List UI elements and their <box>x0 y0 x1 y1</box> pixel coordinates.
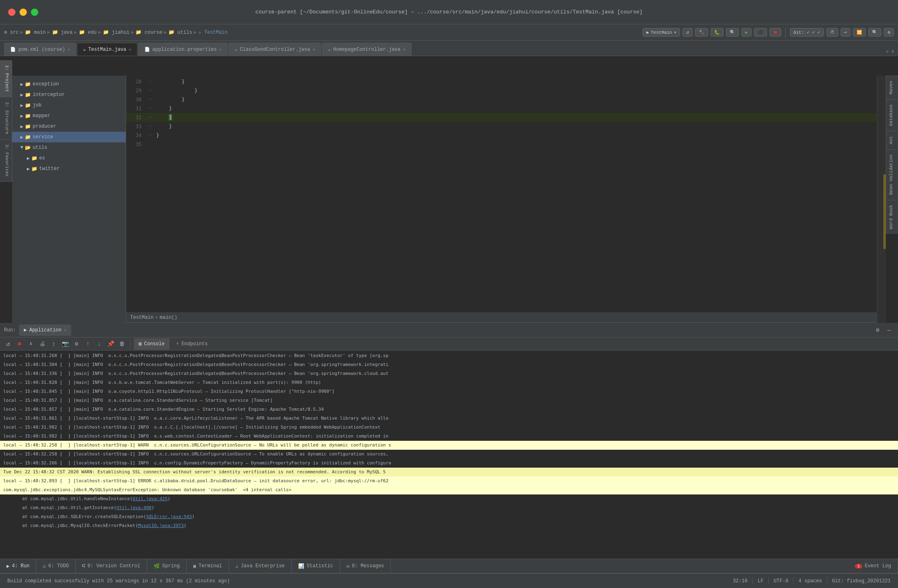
breadcrumb-main[interactable]: 📁 main <box>25 29 46 35</box>
sidebar-tab-favorites[interactable]: 3: Favorites <box>0 139 12 182</box>
nav-todo[interactable]: ☑ 6: TODO <box>36 559 76 573</box>
tree-item-utils[interactable]: ▼ 📂 utils <box>12 142 126 153</box>
build-btn[interactable]: 🔨 <box>695 28 708 37</box>
application-run-icon: ▶ <box>646 30 649 35</box>
status-position[interactable]: 32:10 <box>730 575 751 587</box>
trash-icon[interactable]: 🗑 <box>117 339 127 349</box>
stack-link-2[interactable]: Util.java:408 <box>116 505 151 510</box>
run-btn[interactable]: ▶ <box>741 28 752 37</box>
console-tabs: ↺ ■ ⬇ 🖨 ↕ 📷 ⚙ ↑ ↓ 📌 🗑 ▤ Console ⚡ Endpoi… <box>0 338 898 351</box>
history-btn[interactable]: ⏱ <box>826 28 838 37</box>
minimap-highlight <box>883 174 886 248</box>
breadcrumb-jiahui[interactable]: 📁 jiahui <box>103 29 129 35</box>
run-tab-application[interactable]: ▶ Application ✕ <box>19 324 71 336</box>
run-config-dropdown[interactable]: ▶ TestMain ▾ <box>643 28 680 37</box>
nav-terminal[interactable]: ▣ Terminal <box>187 559 229 573</box>
down-icon[interactable]: ↓ <box>94 339 104 349</box>
soft-wrap-icon[interactable]: ↕ <box>49 339 59 349</box>
vcs-btn[interactable]: 🔀 <box>853 28 866 37</box>
console-content[interactable]: local – 15:48:31.268 [ ] [main] INFO o.s… <box>0 351 898 560</box>
minimize-panel-icon[interactable]: — <box>884 325 894 335</box>
log-line-7: local – 15:48:31.857 [ ] [main] INFO o.a… <box>0 405 898 414</box>
status-line-separator[interactable]: LF <box>754 575 767 587</box>
breadcrumb-testmain[interactable]: ☕ TestMain <box>198 29 228 35</box>
stack-link-3[interactable]: SQLError.java:943 <box>146 514 192 519</box>
breadcrumb-java[interactable]: 📁 java <box>52 29 73 35</box>
search-btn[interactable]: 🔍 <box>868 28 881 37</box>
stop-btn[interactable]: ⏹ <box>769 28 781 37</box>
sidebar-tab-bean-validation[interactable]: Bean Validation <box>886 149 898 200</box>
close-button[interactable] <box>8 9 15 16</box>
code-editor[interactable]: 28 · } 29 · } 30 · } 31 · } <box>126 76 886 323</box>
tab-overflow[interactable]: » 4 <box>886 49 894 54</box>
minimize-button[interactable] <box>20 9 27 16</box>
sidebar-tab-word-book[interactable]: Word Book <box>886 200 898 234</box>
nav-java-enterprise[interactable]: ☕ Java Enterprise <box>229 559 292 573</box>
sidebar-tab-structure[interactable]: 2: Structure <box>0 97 12 139</box>
close-tab-classgood[interactable]: ✕ <box>312 47 315 52</box>
camera-icon[interactable]: 📷 <box>60 339 70 349</box>
nav-run[interactable]: ▶ 4: Run <box>0 559 36 573</box>
traffic-lights <box>8 9 38 16</box>
breadcrumb-src[interactable]: ⚙ src <box>4 29 19 35</box>
settings2-icon[interactable]: ⚙ <box>72 339 81 349</box>
tree-item-service[interactable]: ▶ 📁 service <box>12 132 126 142</box>
status-encoding[interactable]: UTF-8 <box>770 575 791 587</box>
tree-item-interceptor[interactable]: ▶ 📁 interceptor <box>12 89 126 100</box>
revert-btn[interactable]: ↩ <box>841 28 851 37</box>
status-indent[interactable]: 4 spaces <box>795 575 825 587</box>
scroll-to-end-icon[interactable]: ⬇ <box>26 339 36 349</box>
close-tab-testmain[interactable]: ✕ <box>129 47 131 52</box>
tree-item-exception[interactable]: ▶ 📁 exception <box>12 79 126 89</box>
tree-item-job[interactable]: ▶ 📁 job <box>12 100 126 111</box>
tab-homepage[interactable]: ☕ HomepageController.java ✕ <box>322 43 411 56</box>
reload-btn[interactable]: ↺ <box>682 28 693 37</box>
print-icon[interactable]: 🖨 <box>37 339 47 349</box>
right-sidebar: Maven Database Ant Bean Validation Word … <box>886 76 898 234</box>
pin-icon[interactable]: 📌 <box>106 339 116 349</box>
stack-link-4[interactable]: MysqlIO.java:3973 <box>138 523 184 528</box>
maximize-button[interactable] <box>31 9 38 16</box>
tab-testmain[interactable]: ☕ TestMain.java ✕ <box>77 43 137 56</box>
endpoints-tab[interactable]: ⚡ Endpoints <box>171 338 213 350</box>
stack-link-1[interactable]: Util.java:425 <box>133 496 168 501</box>
coverage-btn[interactable]: 🔍 <box>726 28 739 37</box>
tab-pomxml[interactable]: 📄 pom.xml (course) ✕ <box>4 43 76 56</box>
tree-item-mapper[interactable]: ▶ 📁 mapper <box>12 111 126 121</box>
close-tab-homepage[interactable]: ✕ <box>403 47 405 52</box>
nav-version-control[interactable]: ⑆ 9: Version Control <box>76 559 147 573</box>
sidebar-tab-database[interactable]: Database <box>886 99 898 131</box>
restart-icon[interactable]: ↺ <box>3 339 13 349</box>
breadcrumb-edu[interactable]: 📁 edu <box>79 29 97 35</box>
debug2-btn[interactable]: ⬛ <box>754 28 767 37</box>
debug-btn[interactable]: 🐛 <box>711 28 724 37</box>
tab-classgood[interactable]: ☕ ClassGoodController.java ✕ <box>229 43 321 56</box>
tree-item-es[interactable]: ▶ 📁 es <box>12 153 126 163</box>
breadcrumb-utils[interactable]: 📁 utils <box>168 29 192 35</box>
nav-event-log[interactable]: 1 Event Log <box>848 559 898 573</box>
stop-icon[interactable]: ■ <box>15 339 24 349</box>
close-tab-appprops[interactable]: ✕ <box>219 47 222 52</box>
code-area[interactable]: 28 · } 29 · } 30 · } 31 · } <box>126 76 886 150</box>
status-git[interactable]: Git: fixbug_20201221 <box>829 575 894 587</box>
log-line-1: local – 15:48:31.268 [ ] [main] INFO o.s… <box>0 351 898 360</box>
nav-statistic[interactable]: 📊 Statistic <box>292 559 340 573</box>
nav-spring[interactable]: 🌿 Spring <box>147 559 187 573</box>
console-tab[interactable]: ▤ Console <box>134 338 170 350</box>
settings-icon[interactable]: ⚙ <box>873 325 883 335</box>
project-tree[interactable]: ▶ 📁 exception ▶ 📁 interceptor ▶ 📁 job ▶ … <box>12 76 126 323</box>
left-sidebar: 1: Project 2: Structure 3: Favorites <box>0 60 12 182</box>
tree-item-twitter[interactable]: ▶ 📁 twitter <box>12 163 126 174</box>
tree-item-producer[interactable]: ▶ 📁 producer <box>12 121 126 132</box>
tab-appprops[interactable]: 📄 application.properties ✕ <box>138 43 228 56</box>
up-icon[interactable]: ↑ <box>83 339 93 349</box>
sidebar-tab-maven[interactable]: Maven <box>886 76 898 99</box>
sidebar-tab-project[interactable]: 1: Project <box>0 60 12 97</box>
close-tab-pomxml[interactable]: ✕ <box>68 47 70 52</box>
sidebar-tab-ant[interactable]: Ant <box>886 131 898 149</box>
git-btn[interactable]: Git: ✓ ✓ ✓ <box>790 28 824 37</box>
nav-messages[interactable]: ✉ 0: Messages <box>340 559 391 573</box>
code-line-35: 35 <box>126 140 886 149</box>
breadcrumb-course[interactable]: 📁 course <box>135 29 162 35</box>
settings-btn[interactable]: ⚙ <box>884 28 894 37</box>
